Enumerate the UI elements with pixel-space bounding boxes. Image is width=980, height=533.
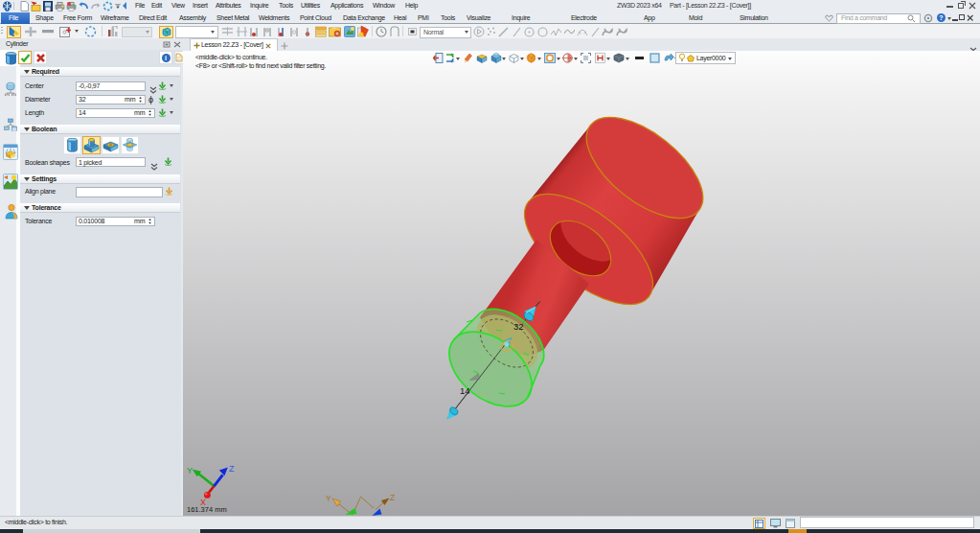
svg-text:Y: Y bbox=[326, 494, 331, 503]
svg-text:161.374 mm: 161.374 mm bbox=[187, 505, 227, 514]
svg-text:14: 14 bbox=[460, 385, 470, 396]
svg-text:Y: Y bbox=[187, 466, 193, 475]
svg-text:Z: Z bbox=[390, 493, 395, 502]
svg-text:Z: Z bbox=[229, 464, 235, 474]
svg-text:32: 32 bbox=[513, 321, 524, 332]
